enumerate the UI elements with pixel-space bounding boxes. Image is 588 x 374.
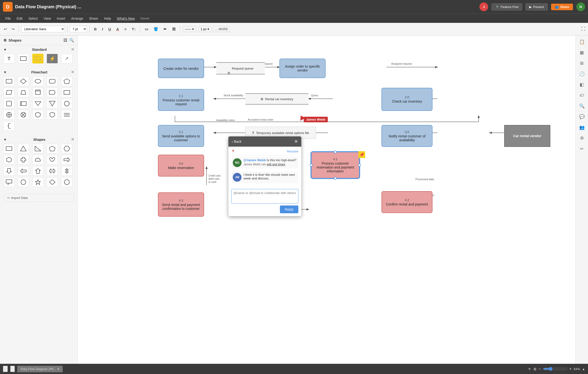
list-view-button[interactable]: ☰ [3,366,8,372]
rectangle-shape[interactable] [18,54,29,64]
layers-panel-icon[interactable]: ◧ [578,80,586,89]
make-reservation-box[interactable]: 4.0 Make reservation [158,155,204,176]
standard-close-icon[interactable]: ✕ [71,47,74,52]
s-cloud[interactable] [32,155,43,165]
font-color-button[interactable]: A [115,26,121,32]
create-order-box[interactable]: Create order for vendor [158,59,204,78]
fc-rect2[interactable] [61,88,73,97]
s-right-triangle[interactable] [32,144,43,154]
fc-pentagon[interactable] [61,76,73,86]
import-data-button[interactable]: ↪ Import Data [3,194,74,202]
connection-button[interactable]: ⛓ [170,26,178,32]
send-confirmation-box[interactable]: 4.3 Send rental and payment confirmation… [158,192,204,217]
menu-file[interactable]: File [3,16,13,22]
comment-panel-icon[interactable]: 💬 [578,112,586,121]
yellow-rect-shape[interactable] [32,54,43,64]
underline-button[interactable]: U [106,26,113,32]
fc-ellipse[interactable] [32,76,43,86]
s-pentagon[interactable] [47,144,58,154]
handle-left[interactable] [310,164,313,166]
request-queue-store[interactable]: D Request queue [216,62,265,74]
s-rect[interactable] [3,144,15,154]
fc-rect[interactable] [3,76,15,86]
fc-triangle-down[interactable] [32,99,43,109]
handle-bottom[interactable] [334,177,337,180]
fc-rounded-rect[interactable] [47,76,58,86]
handle-right[interactable] [358,164,361,166]
fc-trapezoid[interactable] [18,88,29,97]
shape-button[interactable]: ▭ [143,26,150,32]
zoom-slider[interactable] [543,367,567,371]
font-size-selector[interactable]: 7 pt [70,26,87,32]
format-panel-icon[interactable]: 📋 [578,37,586,46]
menu-edit[interactable]: Edit [14,16,25,22]
tab-dropdown-icon[interactable]: ▾ [58,367,59,371]
sticky-note-icon[interactable]: 📌 [358,151,365,158]
s-arrow-left[interactable] [18,166,29,176]
align-button[interactable]: ≡ [123,26,128,32]
s-arrow-up[interactable] [32,166,43,176]
fc-shield2[interactable] [47,110,58,120]
line-color-button[interactable]: ✏ [162,26,169,32]
fc-shield[interactable] [32,110,43,120]
handle-top[interactable] [334,151,337,154]
menu-insert[interactable]: Insert [54,16,68,22]
shapes-image-icon[interactable]: 🖼 [63,38,67,43]
fc-x-circle[interactable] [18,110,29,120]
feature-find-button[interactable]: 🔭 Feature Find [492,3,522,11]
s-diamond[interactable] [47,177,58,187]
s-octagon[interactable] [61,177,73,187]
menu-help[interactable]: Help [102,16,114,22]
s-triangle[interactable] [18,144,29,154]
fc-lines[interactable] [61,110,73,120]
arrow-shape[interactable]: ↗ [61,54,73,64]
fc-notch[interactable] [47,88,58,97]
more-button[interactable]: ... MORE [213,26,230,32]
waypoints-panel-icon[interactable]: ✂ [578,144,586,153]
s-cross[interactable] [18,155,29,165]
process-reservation-box[interactable]: 4.1 Process customer reservation and pay… [311,152,360,178]
edit-share-link[interactable]: edit and share [267,163,285,166]
menu-view[interactable]: View [41,16,53,22]
s-arrow-ud[interactable] [61,166,73,176]
menu-arrange[interactable]: Arrange [69,16,86,22]
fc-cylinder-top[interactable] [32,88,43,97]
s-arrow-right[interactable] [61,155,73,165]
flowchart-section-header[interactable]: ▼ Flowchart ✕ [3,70,74,74]
fc-rect3[interactable] [3,99,15,109]
comment-close-button[interactable]: ✕ [294,139,298,144]
fc-diamond[interactable] [18,76,29,86]
fc-rect4[interactable] [18,99,29,109]
fullscreen-button[interactable]: ⛶ [581,26,586,32]
share-button[interactable]: 👥 Share [551,4,573,10]
s-circle[interactable] [18,177,29,187]
arrange-panel-icon[interactable]: ⊞ [578,59,586,68]
send-available-box[interactable]: 3.1 Send available options to customer [158,125,204,147]
s-star[interactable] [32,177,43,187]
add-tab-button[interactable]: + [528,366,531,372]
tags-panel-icon[interactable]: 🏷 [578,91,586,100]
standard-section-header[interactable]: ▼ Standard ✕ [3,47,74,52]
reply-input[interactable] [231,189,298,204]
menu-share[interactable]: Share [87,16,101,22]
find-panel-icon[interactable]: 🔍 [578,102,586,110]
fc-braces[interactable] [3,121,15,131]
s-hexagon[interactable] [61,144,73,154]
italic-button[interactable]: I [100,26,105,32]
chevron-up-icon[interactable]: ▲ [582,367,585,371]
confirm-rental-box[interactable]: 4.2 Confirm rental and payment [381,191,432,213]
fc-triangle-down2[interactable] [47,99,58,109]
process-rental-box[interactable]: 2.1 Process customer rental request [158,89,204,111]
s-arrow-lr[interactable] [47,166,58,176]
text-format-button[interactable]: T↕ [130,26,138,32]
redo-button[interactable]: ↪ [10,26,16,32]
s-hexagon2[interactable] [3,155,15,165]
s-arrow-down[interactable] [3,166,15,176]
line-width-selector[interactable]: 1 px ▾ [199,26,211,32]
car-rental-vendor-box[interactable]: Car rental vendor [504,125,550,147]
zoom-out-button[interactable]: − [538,366,541,372]
bold-button[interactable]: B [92,26,99,32]
style-panel-icon[interactable]: ▦ [578,48,586,57]
collab-panel-icon[interactable]: 👥 [578,123,586,132]
fc-cross-circle[interactable] [3,110,15,120]
